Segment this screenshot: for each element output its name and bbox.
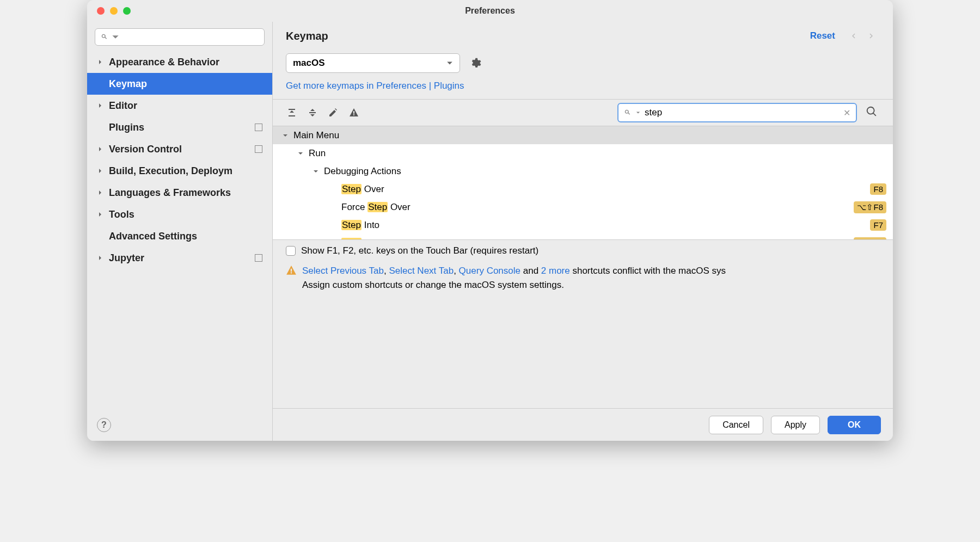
sidebar-item-label: Editor bbox=[109, 100, 137, 112]
sidebar-search[interactable] bbox=[95, 28, 265, 46]
sidebar-item-label: Appearance & Behavior bbox=[109, 57, 219, 68]
conflict-link[interactable]: Select Previous Tab bbox=[302, 266, 384, 276]
tree-label: Run bbox=[309, 148, 886, 159]
action-row[interactable]: Step IntoF7 bbox=[273, 216, 893, 234]
sidebar-item-advanced-settings[interactable]: Advanced Settings bbox=[87, 225, 272, 247]
action-row[interactable]: Step Into My Code⌥⇧F7 bbox=[273, 234, 893, 240]
tree-label: Main Menu bbox=[293, 130, 886, 141]
chevron-down-icon bbox=[446, 60, 453, 66]
action-tree[interactable]: Main Menu Run Debugging Actions Step Ove… bbox=[273, 126, 893, 240]
cancel-button[interactable]: Cancel bbox=[709, 416, 763, 434]
sidebar-item-version-control[interactable]: Version Control bbox=[87, 138, 272, 160]
chevron-right-icon bbox=[95, 144, 106, 155]
main-panel: Keymap Reset macOS Get more keymaps in P… bbox=[272, 22, 893, 441]
shortcut-badge: F8 bbox=[870, 183, 886, 195]
touchbar-label: Show F1, F2, etc. keys on the Touch Bar … bbox=[301, 245, 538, 256]
expand-all-icon[interactable] bbox=[286, 107, 298, 119]
chevron-down-icon bbox=[298, 151, 303, 156]
sidebar-item-editor[interactable]: Editor bbox=[87, 95, 272, 116]
preferences-window: Preferences Appearance & BehaviorKeymapE… bbox=[87, 0, 893, 441]
chevron-down-icon bbox=[283, 133, 288, 138]
project-level-icon bbox=[255, 145, 262, 153]
conflict-text: Assign custom shortcuts or change the ma… bbox=[302, 280, 564, 290]
chevron-right-icon bbox=[95, 187, 106, 198]
ok-button[interactable]: OK bbox=[828, 416, 881, 434]
keymap-select-value: macOS bbox=[293, 58, 446, 69]
touchbar-checkbox[interactable] bbox=[286, 246, 296, 256]
sidebar-item-appearance-behavior[interactable]: Appearance & Behavior bbox=[87, 51, 272, 73]
search-icon bbox=[101, 33, 108, 41]
sidebar-item-languages-frameworks[interactable]: Languages & Frameworks bbox=[87, 182, 272, 204]
action-label: Step Into bbox=[341, 220, 870, 231]
find-by-shortcut-icon[interactable] bbox=[866, 106, 880, 120]
chevron-down-icon bbox=[636, 110, 640, 115]
footer: Cancel Apply OK bbox=[273, 408, 893, 441]
chevron-down-icon bbox=[112, 33, 119, 41]
project-level-icon bbox=[255, 124, 262, 131]
help-button[interactable]: ? bbox=[97, 418, 111, 432]
sidebar-item-label: Languages & Frameworks bbox=[109, 187, 231, 199]
collapse-all-icon[interactable] bbox=[307, 107, 318, 119]
keymap-select[interactable]: macOS bbox=[286, 53, 460, 73]
chevron-right-icon bbox=[95, 165, 106, 176]
tree-group-debugging-actions[interactable]: Debugging Actions bbox=[273, 162, 893, 180]
gear-button[interactable] bbox=[468, 56, 483, 71]
sidebar-item-build-execution-deployment[interactable]: Build, Execution, Deploym bbox=[87, 160, 272, 182]
toolbar: ✕ bbox=[273, 99, 893, 126]
action-search[interactable]: ✕ bbox=[617, 103, 857, 122]
shortcut-badge: ⌥⇧F8 bbox=[854, 201, 886, 213]
tree-group-run[interactable]: Run bbox=[273, 144, 893, 162]
sidebar-list: Appearance & BehaviorKeymapEditorPlugins… bbox=[87, 51, 272, 441]
chevron-right-icon bbox=[95, 100, 106, 111]
sidebar-item-label: Plugins bbox=[109, 122, 144, 133]
conflicts-icon[interactable] bbox=[348, 107, 360, 119]
apply-button[interactable]: Apply bbox=[771, 416, 820, 434]
conflict-link[interactable]: Select Next Tab bbox=[389, 266, 454, 276]
sidebar-item-label: Jupyter bbox=[109, 252, 144, 264]
forward-button[interactable] bbox=[865, 29, 878, 42]
body: Appearance & BehaviorKeymapEditorPlugins… bbox=[87, 22, 893, 441]
chevron-right-icon bbox=[95, 252, 106, 263]
sidebar-item-label: Tools bbox=[109, 209, 134, 220]
search-icon bbox=[624, 109, 632, 116]
titlebar: Preferences bbox=[87, 0, 893, 22]
clear-search-icon[interactable]: ✕ bbox=[843, 108, 850, 118]
tree-group-main-menu[interactable]: Main Menu bbox=[273, 126, 893, 144]
warning-icon bbox=[286, 265, 297, 276]
chevron-right-icon bbox=[95, 209, 106, 220]
shortcut-badge: F7 bbox=[870, 219, 886, 231]
reset-link[interactable]: Reset bbox=[810, 30, 835, 41]
edit-shortcut-icon[interactable] bbox=[327, 107, 339, 119]
action-row[interactable]: Step OverF8 bbox=[273, 180, 893, 198]
conflict-link[interactable]: 2 more bbox=[541, 266, 570, 276]
window-title: Preferences bbox=[87, 6, 893, 16]
sidebar-item-jupyter[interactable]: Jupyter bbox=[87, 247, 272, 269]
touchbar-checkbox-row[interactable]: Show F1, F2, etc. keys on the Touch Bar … bbox=[273, 240, 893, 262]
page-title: Keymap bbox=[286, 30, 810, 42]
action-label: Step Over bbox=[341, 184, 870, 195]
gear-icon bbox=[469, 57, 481, 69]
chevron-right-icon bbox=[95, 57, 106, 67]
action-search-input[interactable] bbox=[645, 107, 839, 118]
sidebar-item-plugins[interactable]: Plugins bbox=[87, 116, 272, 138]
keymap-select-row: macOS bbox=[273, 48, 893, 78]
action-label: Force Step Over bbox=[341, 202, 854, 213]
sidebar-item-label: Keymap bbox=[109, 78, 147, 90]
project-level-icon bbox=[255, 254, 262, 262]
sidebar-item-tools[interactable]: Tools bbox=[87, 204, 272, 225]
more-keymaps-link[interactable]: Get more keymaps in Preferences | Plugin… bbox=[273, 78, 893, 99]
conflict-warning: Select Previous Tab, Select Next Tab, Qu… bbox=[273, 262, 893, 297]
conflict-link[interactable]: Query Console bbox=[459, 266, 520, 276]
main-header: Keymap Reset bbox=[273, 22, 893, 48]
action-row[interactable]: Force Step Over⌥⇧F8 bbox=[273, 198, 893, 216]
back-button[interactable] bbox=[847, 29, 860, 42]
sidebar-item-label: Build, Execution, Deploym bbox=[109, 165, 232, 177]
sidebar-item-keymap[interactable]: Keymap bbox=[87, 73, 272, 95]
sidebar-item-label: Advanced Settings bbox=[109, 231, 197, 242]
sidebar-item-label: Version Control bbox=[109, 144, 182, 155]
tree-label: Debugging Actions bbox=[324, 166, 886, 177]
sidebar: Appearance & BehaviorKeymapEditorPlugins… bbox=[87, 22, 272, 441]
chevron-down-icon bbox=[313, 169, 318, 174]
